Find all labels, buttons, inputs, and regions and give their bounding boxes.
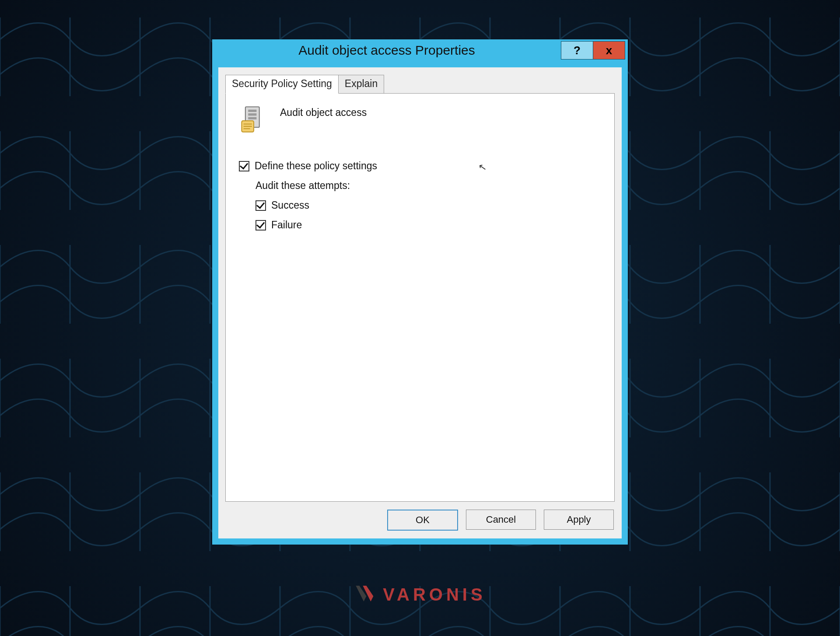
properties-dialog: Audit object access Properties ? x Secur… [212, 39, 628, 545]
success-row[interactable]: Success [256, 199, 601, 211]
failure-label: Failure [271, 219, 302, 231]
ok-button[interactable]: OK [387, 510, 458, 531]
success-label: Success [271, 199, 309, 211]
varonis-mark-icon [354, 584, 378, 605]
define-policy-row[interactable]: Define these policy settings [239, 160, 601, 172]
audit-attempts-label: Audit these attempts: [256, 180, 601, 192]
tab-panel: Audit object access Define these policy … [225, 93, 615, 502]
policy-name-label: Audit object access [280, 105, 367, 119]
cancel-button[interactable]: Cancel [466, 510, 536, 530]
dialog-title: Audit object access Properties [212, 39, 561, 61]
policy-server-icon [239, 105, 269, 135]
varonis-wordmark: VARONIS [383, 585, 486, 605]
define-policy-checkbox[interactable] [239, 161, 249, 171]
tab-explain[interactable]: Explain [339, 75, 384, 94]
varonis-brand: VARONIS [354, 584, 486, 605]
svg-rect-6 [248, 113, 256, 115]
success-checkbox[interactable] [256, 200, 266, 211]
svg-rect-7 [248, 117, 256, 119]
dialog-button-row: OK Cancel Apply [218, 502, 622, 538]
svg-rect-5 [248, 110, 256, 112]
tab-bar: Security Policy Setting Explain [225, 74, 615, 93]
failure-checkbox[interactable] [256, 220, 266, 231]
tab-security-policy-setting[interactable]: Security Policy Setting [225, 75, 339, 94]
failure-row[interactable]: Failure [256, 219, 601, 231]
help-button[interactable]: ? [561, 41, 593, 59]
define-policy-label: Define these policy settings [255, 160, 377, 172]
titlebar[interactable]: Audit object access Properties ? x [212, 39, 628, 61]
close-button[interactable]: x [593, 41, 625, 59]
apply-button[interactable]: Apply [544, 510, 614, 530]
